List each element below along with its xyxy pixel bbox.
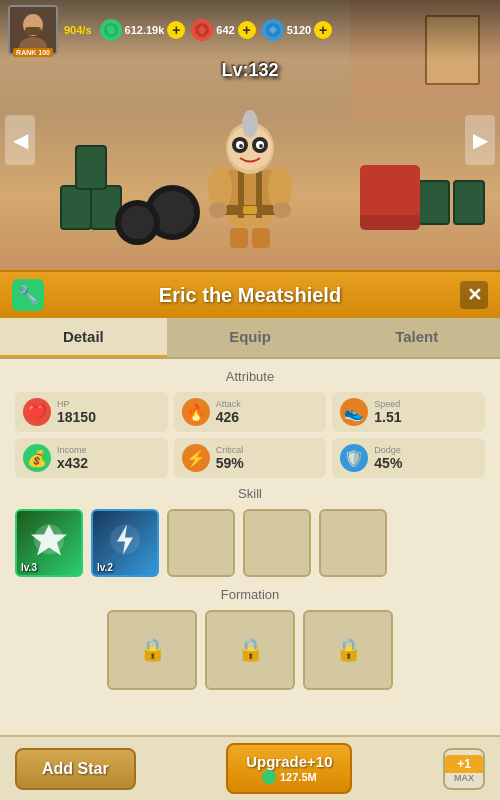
- upgrade-cost-row: 127.5M: [262, 770, 317, 784]
- blue-currency-icon: [262, 19, 284, 41]
- svg-rect-24: [25, 27, 41, 35]
- character-panel: 🔧 Eric the Meatshield ✕ Detail Equip Tal…: [0, 270, 500, 800]
- skill-slot-5[interactable]: [319, 509, 387, 577]
- nav-right-arrow[interactable]: ▶: [465, 115, 495, 165]
- upgrade-button[interactable]: Upgrade+10 127.5M: [226, 743, 352, 794]
- skill-2-icon: [105, 520, 145, 567]
- bottom-buttons: Add Star Upgrade+10 127.5M +1 MAX: [0, 735, 500, 800]
- attribute-income: 💰 Income x432: [15, 438, 168, 478]
- hp-label: HP: [57, 399, 96, 409]
- attack-label: Attack: [216, 399, 241, 409]
- critical-text: Critical 59%: [216, 445, 244, 471]
- upgrade-cost-amount: 127.5M: [280, 771, 317, 783]
- svg-point-13: [259, 144, 263, 148]
- dodge-label: Dodge: [374, 445, 402, 455]
- red-currency-amount: 642: [216, 24, 234, 36]
- panel-header: 🔧 Eric the Meatshield ✕: [0, 270, 500, 318]
- dodge-text: Dodge 45%: [374, 445, 402, 471]
- blue-currency-amount: 5120: [287, 24, 311, 36]
- green-currency-group: 612.19k +: [100, 19, 186, 41]
- speed-text: Speed 1.51: [374, 399, 401, 425]
- barrel-4: [418, 180, 450, 225]
- attributes-grid: ❤️ HP 18150 🔥 Attack 426 👟 Speed 1.: [15, 392, 485, 478]
- formation-slot-2[interactable]: 🔒: [205, 610, 295, 690]
- character-level: Lv:132: [221, 60, 278, 81]
- income-value: x432: [57, 455, 88, 471]
- red-currency-icon: [191, 19, 213, 41]
- red-currency-group: 642 +: [191, 19, 255, 41]
- skill-slot-4[interactable]: [243, 509, 311, 577]
- skill-1-icon: [29, 520, 69, 567]
- skills-grid: lv.3 lv.2: [15, 509, 485, 577]
- lock-icon-3: 🔒: [335, 637, 362, 663]
- hp-text: HP 18150: [57, 399, 96, 425]
- panel-title: Eric the Meatshield: [159, 284, 341, 307]
- plus-upgrade-button[interactable]: +1 MAX: [443, 748, 485, 790]
- tab-detail[interactable]: Detail: [0, 318, 167, 357]
- critical-value: 59%: [216, 455, 244, 471]
- attack-value: 426: [216, 409, 241, 425]
- attribute-hp: ❤️ HP 18150: [15, 392, 168, 432]
- avatar-image: [10, 7, 56, 53]
- dodge-icon: 🛡️: [340, 444, 368, 472]
- gem-icon: [194, 22, 210, 38]
- critical-label: Critical: [216, 445, 244, 455]
- upgrade-title: Upgrade+10: [246, 753, 332, 770]
- barrel-3: [75, 145, 107, 190]
- skill-1-level: lv.3: [21, 562, 37, 573]
- svg-point-17: [209, 202, 227, 218]
- formation-slot-3[interactable]: 🔒: [303, 610, 393, 690]
- speed-label: Speed: [374, 399, 401, 409]
- formation-section-title: Formation: [15, 587, 485, 602]
- skill-section-title: Skill: [15, 486, 485, 501]
- panel-content: Attribute ❤️ HP 18150 🔥 Attack 426 👟: [0, 359, 500, 710]
- lock-icon-2: 🔒: [237, 637, 264, 663]
- formation-section: Formation 🔒 🔒 🔒: [15, 587, 485, 690]
- tab-equip[interactable]: Equip: [167, 318, 334, 357]
- svg-point-12: [239, 144, 243, 148]
- skill-2-level: lv.2: [97, 562, 113, 573]
- red-chair: [360, 165, 420, 220]
- skill-slot-1[interactable]: lv.3: [15, 509, 83, 577]
- plus-upgrade-bottom-label: MAX: [454, 773, 474, 783]
- blue-currency-add-button[interactable]: +: [314, 21, 332, 39]
- svg-rect-19: [230, 228, 248, 248]
- skill-slot-3[interactable]: [167, 509, 235, 577]
- speed-value: 1.51: [374, 409, 401, 425]
- lock-icon-1: 🔒: [139, 637, 166, 663]
- income-label: Income: [57, 445, 88, 455]
- close-button[interactable]: ✕: [460, 281, 488, 309]
- formation-grid: 🔒 🔒 🔒: [15, 610, 485, 690]
- income-icon: 💰: [23, 444, 51, 472]
- tire-2: [115, 200, 160, 245]
- tab-bar: Detail Equip Talent: [0, 318, 500, 359]
- tab-talent[interactable]: Talent: [333, 318, 500, 357]
- attribute-dodge: 🛡️ Dodge 45%: [332, 438, 485, 478]
- barrel-5: [453, 180, 485, 225]
- income-display: 904/s: [64, 24, 92, 36]
- attribute-section-title: Attribute: [15, 369, 485, 384]
- dodge-value: 45%: [374, 455, 402, 471]
- skills-section: Skill lv.3: [15, 486, 485, 577]
- character-sprite: [190, 80, 310, 250]
- formation-slot-1[interactable]: 🔒: [107, 610, 197, 690]
- income-text: Income x432: [57, 445, 88, 471]
- player-avatar-wrapper: RANK 100: [8, 5, 58, 55]
- green-currency-amount: 612.19k: [125, 24, 165, 36]
- burst-icon: [29, 520, 69, 560]
- green-currency-icon: [100, 19, 122, 41]
- svg-point-14: [242, 110, 258, 138]
- leaf-icon: [103, 22, 119, 38]
- add-star-button[interactable]: Add Star: [15, 748, 136, 790]
- svg-rect-5: [243, 206, 257, 214]
- top-hud: RANK 100 904/s 612.19k +: [0, 0, 500, 60]
- attribute-speed: 👟 Speed 1.51: [332, 392, 485, 432]
- skill-slot-2[interactable]: lv.2: [91, 509, 159, 577]
- upgrade-cost-icon: [262, 770, 276, 784]
- hp-icon: ❤️: [23, 398, 51, 426]
- game-scene: Lv:132: [0, 0, 500, 280]
- green-currency-add-button[interactable]: +: [167, 21, 185, 39]
- red-currency-add-button[interactable]: +: [238, 21, 256, 39]
- nav-left-arrow[interactable]: ◀: [5, 115, 35, 165]
- wrench-icon: 🔧: [12, 279, 44, 311]
